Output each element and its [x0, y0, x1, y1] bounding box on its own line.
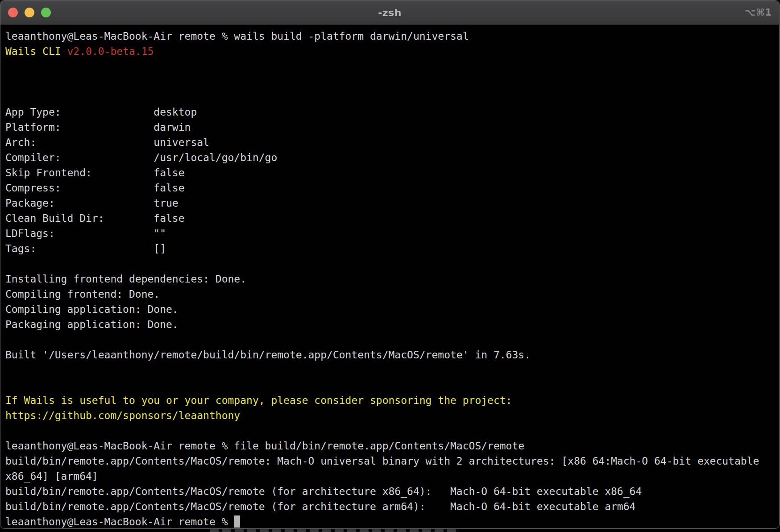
terminal-line: leaanthony@Leas-MacBook-Air remote % wai… [5, 29, 775, 44]
zoom-button[interactable] [41, 8, 51, 17]
text-segment: v2.0.0-beta.15 [67, 46, 154, 57]
terminal-line: leaanthony@Leas-MacBook-Air remote % [5, 514, 775, 529]
text-segment: Compiler: /usr/local/go/bin/go [5, 152, 277, 163]
terminal-line: Package: true [5, 195, 775, 211]
terminal-line: Installing frontend dependencies: Done. [5, 271, 775, 287]
text-segment: Arch: universal [5, 137, 209, 148]
terminal-cursor [234, 515, 240, 528]
text-segment: Clean Build Dir: false [5, 212, 185, 224]
terminal-line: App Type: desktop [5, 104, 775, 120]
text-segment: Built '/Users/leaanthony/remote/build/bi… [5, 349, 531, 361]
minimize-button[interactable] [25, 8, 34, 17]
window-title: -zsh [0, 7, 779, 18]
terminal-line [5, 89, 775, 104]
traffic-light-buttons [8, 8, 51, 17]
terminal-line: Skip Frontend: false [5, 165, 775, 180]
terminal-line: build/bin/remote.app/Contents/MacOS/remo… [5, 499, 775, 514]
terminal-line [5, 74, 775, 89]
text-segment: If Wails is useful to you or your compan… [5, 395, 512, 406]
text-segment: https://github.com/sponsors/leaanthony [5, 410, 240, 421]
terminal-line [5, 59, 775, 74]
terminal-window: -zsh ⌥⌘1 leaanthony@Leas-MacBook-Air rem… [0, 0, 780, 529]
window-titlebar[interactable]: -zsh ⌥⌘1 [0, 0, 779, 25]
terminal-line: x86_64] [arm64] [5, 469, 775, 484]
terminal-line: LDFlags: "" [5, 226, 775, 241]
terminal-line [5, 256, 775, 271]
terminal-line: Wails CLI v2.0.0-beta.15 [5, 44, 775, 59]
terminal-line: build/bin/remote.app/Contents/MacOS/remo… [5, 453, 775, 469]
terminal-line [5, 423, 775, 438]
text-segment: Compiling frontend: Done. [5, 288, 160, 300]
text-segment: Platform: darwin [5, 121, 191, 133]
terminal-line: build/bin/remote.app/Contents/MacOS/remo… [5, 484, 775, 499]
terminal-line: Tags: [] [5, 241, 775, 256]
terminal-line: Compiling application: Done. [5, 302, 775, 317]
text-segment: App Type: desktop [5, 106, 197, 118]
terminal-line: Clean Build Dir: false [5, 211, 775, 226]
text-segment: Package: true [5, 197, 178, 209]
terminal-line: Packaging application: Done. [5, 317, 775, 332]
text-segment: Skip Frontend: false [5, 167, 185, 179]
close-button[interactable] [8, 8, 18, 17]
terminal-line [5, 332, 775, 347]
terminal-line [5, 362, 775, 378]
text-segment: Compress: false [5, 182, 185, 194]
text-segment: leaanthony@Leas-MacBook-Air remote % wai… [5, 30, 469, 42]
text-segment: Installing frontend dependencies: Done. [5, 273, 246, 285]
terminal-line: Compiler: /usr/local/go/bin/go [5, 150, 775, 165]
terminal-output[interactable]: leaanthony@Leas-MacBook-Air remote % wai… [0, 25, 779, 529]
terminal-line: If Wails is useful to you or your compan… [5, 393, 775, 408]
text-segment: build/bin/remote.app/Contents/MacOS/remo… [5, 501, 635, 512]
tab-shortcut-label: ⌥⌘1 [745, 7, 772, 18]
terminal-line: Compress: false [5, 180, 775, 195]
terminal-line: Arch: universal [5, 135, 775, 150]
text-segment: LDFlags: "" [5, 228, 166, 239]
text-segment: build/bin/remote.app/Contents/MacOS/remo… [5, 455, 759, 467]
terminal-line: Built '/Users/leaanthony/remote/build/bi… [5, 347, 775, 362]
terminal-line: Compiling frontend: Done. [5, 287, 775, 302]
terminal-line [5, 378, 775, 393]
text-segment: x86_64] [arm64] [5, 470, 98, 482]
text-segment: Tags: [] [5, 243, 166, 254]
terminal-line: Platform: darwin [5, 120, 775, 135]
text-segment: Wails CLI [5, 46, 67, 57]
text-segment: leaanthony@Leas-MacBook-Air remote % [5, 516, 234, 528]
text-segment: Compiling application: Done. [5, 303, 178, 315]
text-segment: build/bin/remote.app/Contents/MacOS/remo… [5, 486, 642, 497]
text-segment: Packaging application: Done. [5, 319, 178, 330]
terminal-line: https://github.com/sponsors/leaanthony [5, 408, 775, 423]
text-segment: leaanthony@Leas-MacBook-Air remote % fil… [5, 440, 524, 452]
terminal-line: leaanthony@Leas-MacBook-Air remote % fil… [5, 438, 775, 453]
